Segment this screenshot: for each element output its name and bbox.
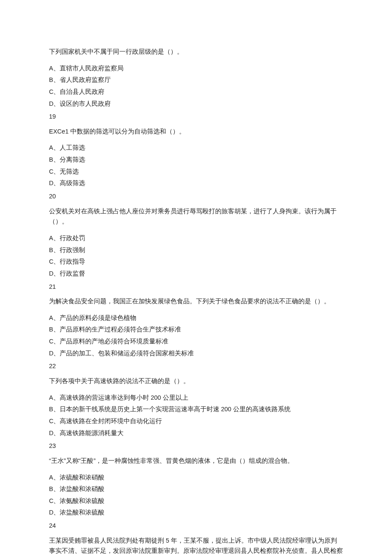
q19-option-b: B、分离筛选 xyxy=(49,154,343,165)
q19-stem: EXCe1 中数据的筛选可以分为自动筛选和（）。 xyxy=(49,126,343,137)
q20-number: 20 xyxy=(49,191,343,202)
q23-option-d: D、浓盐酸和浓硫酸 xyxy=(49,507,343,518)
q19-number: 19 xyxy=(49,111,343,122)
q19-options: A、人工筛选 B、分离筛选 C、无筛选 D、高级筛选 xyxy=(49,142,343,189)
q24-number: 24 xyxy=(49,520,343,531)
q20-option-b: B、行政强制 xyxy=(49,245,343,256)
q21-option-b: B、产品原料的生产过程必须符合生产技术标准 xyxy=(49,324,343,335)
q20-stem: 公安机关对在高铁上强占他人座位并对乘务员进行辱骂殴打的旅客胡某，进行了人身拘束。… xyxy=(49,206,343,227)
q23-option-a: A、浓硫酸和浓硝酸 xyxy=(49,472,343,483)
q20-option-c: C、行政指导 xyxy=(49,256,343,267)
q19-option-d: D、高级筛选 xyxy=(49,178,343,189)
q22-options: A、高速铁路的营运速率达到每小时 200 公里以上 B、日本的新干线系统是历史上… xyxy=(49,392,343,439)
q18-option-c: C、自治县人民政府 xyxy=(49,87,343,97)
q18-options: A、直辖市人民政府监察局 B、省人民政府监察厅 C、自治县人民政府 D、设区的市… xyxy=(49,63,343,109)
q21-option-c: C、产品原料的产地必须符合环境质量标准 xyxy=(49,336,343,347)
q18-option-b: B、省人民政府监察厅 xyxy=(49,75,343,85)
q20-options: A、行政处罚 B、行政强制 C、行政指导 D、行政监督 xyxy=(49,233,343,279)
q22-number: 22 xyxy=(49,361,343,372)
q24-stem: 王某因受贿罪被县人民法院判处有期徒刑 5 年，王某不服，提出上诉。市中级人民法院… xyxy=(49,535,343,555)
q21-options: A、产品的原料必须是绿色植物 B、产品原料的生产过程必须符合生产技术标准 C、产… xyxy=(49,313,343,359)
q23-option-c: C、浓氨酸和浓硫酸 xyxy=(49,496,343,506)
q22-option-a: A、高速铁路的营运速率达到每小时 200 公里以上 xyxy=(49,392,343,403)
q19-option-c: C、无筛选 xyxy=(49,166,343,177)
exam-page: 下列国家机关中不属于同一行政层级的是（）。 A、直辖市人民政府监察局 B、省人民… xyxy=(0,0,392,555)
q20-option-d: D、行政监督 xyxy=(49,268,343,279)
q21-option-a: A、产品的原料必须是绿色植物 xyxy=(49,313,343,323)
q18-option-d: D、设区的市人民政府 xyxy=(49,99,343,109)
q21-option-d: D、产品的加工、包装和储运必须符合国家相关标准 xyxy=(49,348,343,359)
q22-option-b: B、日本的新干线系统是历史上第一个实现营运速率高于时速 200 公里的高速铁路系… xyxy=(49,404,343,415)
q18-option-a: A、直辖市人民政府监察局 xyxy=(49,63,343,74)
q20-option-a: A、行政处罚 xyxy=(49,233,343,244)
q23-option-b: B、浓盐酸和浓硝酸 xyxy=(49,484,343,494)
q22-stem: 下列各项中关于高速铁路的说法不正确的是（）。 xyxy=(49,376,343,386)
q23-options: A、浓硫酸和浓硝酸 B、浓盐酸和浓硝酸 C、浓氨酸和浓硫酸 D、浓盐酸和浓硫酸 xyxy=(49,472,343,518)
q23-stem: “王水”又称“王酸”，是一种腐蚀性非常强、冒黄色烟的液体，它是由（）组成的混合物… xyxy=(49,456,343,466)
q22-option-c: C、高速铁路在全封闭环境中自动化运行 xyxy=(49,416,343,427)
q22-option-d: D、高速铁路能源消耗量大 xyxy=(49,428,343,439)
q18-stem: 下列国家机关中不属于同一行政层级的是（）。 xyxy=(49,46,343,57)
q19-option-a: A、人工筛选 xyxy=(49,142,343,153)
q23-number: 23 xyxy=(49,441,343,451)
q21-stem: 为解决食品安全问题，我国正在加快发展绿色食品。下列关于绿色食品要求的说法不正确的… xyxy=(49,296,343,307)
q21-number: 21 xyxy=(49,282,343,292)
